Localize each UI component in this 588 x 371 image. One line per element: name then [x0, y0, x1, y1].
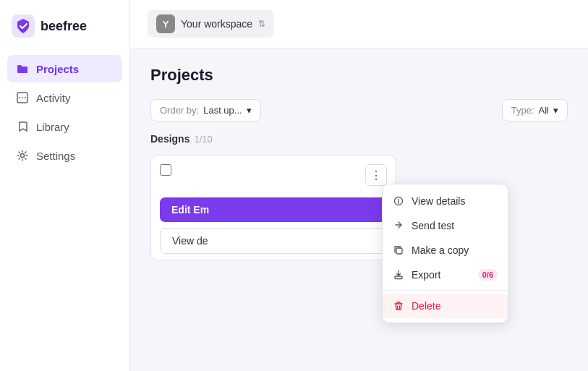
order-by-label: Order by:	[160, 105, 199, 116]
type-filter-button[interactable]: Type: All ▾	[502, 99, 568, 121]
chevron-updown-icon: ⇅	[258, 19, 265, 29]
card-container: ⋮ Edit Em View de View details	[150, 155, 396, 260]
header: Y Your workspace ⇅	[130, 0, 588, 48]
dropdown-item-label: Delete	[412, 300, 440, 312]
sidebar-item-projects[interactable]: Projects	[7, 55, 122, 82]
dropdown-item-make-copy[interactable]: Make a copy	[383, 238, 508, 263]
send-test-icon	[393, 220, 404, 231]
delete-icon	[393, 300, 404, 312]
designs-count: 1/10	[194, 134, 212, 145]
dropdown-item-label: View details	[412, 195, 465, 207]
beefree-logo-icon	[12, 14, 35, 38]
sidebar-item-label-activity: Activity	[36, 92, 71, 104]
sidebar-item-library[interactable]: Library	[7, 113, 122, 140]
order-by-button[interactable]: Order by: Last up... ▾	[150, 99, 261, 121]
dropdown-item-send-test[interactable]: Send test	[383, 213, 508, 238]
content-area: Projects Order by: Last up... ▾ Type: Al…	[130, 48, 588, 371]
card-header: ⋮	[151, 155, 396, 192]
sidebar-item-label-library: Library	[36, 121, 69, 133]
export-badge: 0/6	[478, 269, 498, 281]
workspace-name: Your workspace	[181, 18, 252, 30]
card-menu-button[interactable]: ⋮	[365, 164, 387, 186]
dropdown-divider	[383, 290, 508, 291]
sidebar: beefree Projects Activity	[0, 0, 130, 371]
sidebar-item-activity[interactable]: Activity	[7, 84, 122, 111]
designs-text: Designs	[150, 133, 189, 145]
copy-icon	[393, 244, 404, 256]
chevron-down-icon: ▾	[247, 105, 252, 116]
svg-point-4	[25, 97, 26, 98]
activity-icon	[16, 91, 29, 104]
view-details-icon	[393, 195, 404, 207]
app-name: beefree	[41, 19, 87, 34]
svg-rect-7	[396, 248, 402, 254]
svg-point-2	[19, 97, 20, 98]
sidebar-navigation: Projects Activity Library	[0, 55, 129, 169]
type-value: All	[539, 105, 549, 116]
page-title: Projects	[150, 66, 568, 85]
dropdown-item-label: Make a copy	[412, 244, 469, 256]
card-dropdown-menu: View details Send test	[382, 184, 508, 323]
dropdown-item-view-details[interactable]: View details	[383, 189, 508, 213]
workspace-selector[interactable]: Y Your workspace ⇅	[148, 10, 274, 38]
gear-icon	[16, 149, 29, 162]
toolbar: Order by: Last up... ▾ Type: All ▾	[150, 99, 568, 121]
card-actions: Edit Em View de	[151, 192, 396, 260]
designs-label: Designs 1/10	[150, 133, 568, 145]
type-label: Type:	[511, 105, 534, 116]
svg-point-3	[22, 97, 23, 98]
sidebar-item-label-settings: Settings	[36, 150, 75, 162]
workspace-avatar: Y	[156, 14, 175, 33]
order-by-value: Last up...	[203, 105, 242, 116]
folder-icon	[16, 62, 29, 75]
dropdown-item-label: Send test	[412, 220, 454, 231]
view-button[interactable]: View de	[160, 228, 387, 254]
sidebar-item-label-projects: Projects	[36, 63, 79, 75]
svg-rect-8	[395, 276, 402, 279]
chevron-down-type-icon: ▾	[553, 105, 558, 116]
edit-button[interactable]: Edit Em	[160, 197, 387, 222]
svg-point-5	[21, 154, 25, 158]
export-icon	[393, 269, 404, 281]
bookmark-icon	[16, 120, 29, 133]
logo: beefree	[0, 0, 129, 55]
sidebar-item-settings[interactable]: Settings	[7, 142, 122, 169]
design-card: ⋮ Edit Em View de	[150, 155, 396, 260]
main-content: Y Your workspace ⇅ Projects Order by: La…	[130, 0, 588, 371]
dropdown-item-export[interactable]: Export 0/6	[383, 263, 508, 287]
dropdown-item-label: Export	[412, 269, 440, 281]
card-checkbox[interactable]	[160, 164, 171, 176]
dropdown-item-delete[interactable]: Delete	[383, 294, 508, 318]
